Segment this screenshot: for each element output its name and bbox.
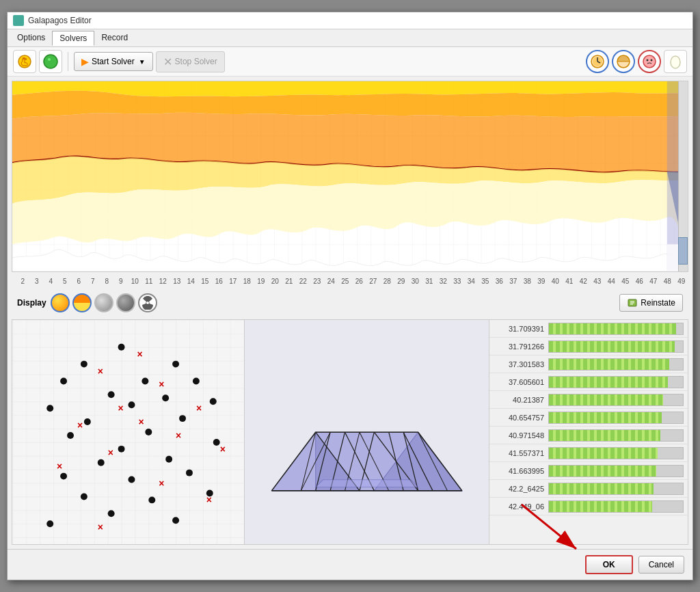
value-row[interactable]: 41.663995 [489,462,688,480]
svg-text:×: × [138,416,144,427]
x-axis-label: 45 [619,278,633,285]
face-btn-red[interactable] [638,50,661,73]
play-icon: ▶ [81,56,89,67]
display-bar: Display [12,291,688,315]
menu-options[interactable]: Options [10,31,52,45]
chart-scrollbar[interactable] [678,81,688,271]
toolbar-right [586,50,687,73]
x-axis-label: 9 [114,278,129,285]
dot-panel-svg: × × × × × × × × × × × × × × [12,320,244,544]
x-axis-label: 36 [492,278,507,285]
menu-solvers[interactable]: Solvers [52,31,94,46]
x-axis-label: 27 [366,278,381,285]
x-axis-label: 20 [268,278,282,285]
value-row[interactable]: 31.709391 [489,320,688,338]
svg-point-34 [108,391,115,398]
display-label: Display [17,298,46,308]
stop-solver-btn[interactable]: ✕ Stop Solver [156,51,225,72]
value-number: 40.654757 [494,414,548,422]
value-number: 42.2_6425 [494,485,548,493]
menu-record[interactable]: Record [94,31,135,45]
value-bar-fill [549,501,652,512]
x-axis-label: 22 [296,278,310,285]
display-btn-gray[interactable] [94,293,113,312]
x-axis-label: 25 [338,278,353,285]
content-area: 2345678910111213141516171819202122232425… [8,77,692,549]
value-row[interactable]: 42.2_6425 [489,480,688,498]
svg-marker-91 [316,480,418,487]
green-circle-btn[interactable] [39,50,62,73]
value-bar [548,340,684,353]
value-bar-fill [549,448,658,459]
svg-point-15 [671,56,680,68]
hand-tool-btn[interactable] [13,50,36,73]
value-bar-fill [549,394,663,405]
cancel-button[interactable]: Cancel [638,556,684,574]
value-bar [548,429,684,442]
value-row[interactable]: 40.971548 [489,427,688,444]
svg-text:×: × [176,430,181,441]
value-bar [548,394,684,406]
stop-icon: ✕ [163,55,172,68]
svg-text:×: × [77,420,83,431]
display-btn-orange[interactable] [51,293,70,312]
egg-btn[interactable] [664,50,687,73]
svg-point-5 [48,58,51,61]
chart-container [12,81,688,272]
svg-text:×: × [118,403,124,414]
value-number: 40.21387 [494,396,548,404]
x-axis-label: 11 [142,278,157,285]
value-row[interactable]: 40.654757 [489,409,688,427]
svg-point-54 [46,520,53,527]
value-bar [548,323,684,335]
display-btn-half-orange[interactable] [72,293,92,312]
svg-point-42 [145,429,152,435]
display-btn-radioactive[interactable] [138,293,157,312]
svg-point-37 [162,394,169,401]
dropdown-arrow[interactable]: ▼ [139,58,146,66]
face-btn-half[interactable] [612,50,635,73]
value-bar-fill [549,341,675,352]
x-axis-label: 41 [563,278,577,285]
x-axis-label: 4 [44,278,58,285]
menu-bar: Options Solvers Record [8,29,692,47]
value-row[interactable]: 42.449_06 [489,498,688,515]
x-axis-label: 2 [16,278,30,285]
svg-point-12 [643,55,656,68]
x-axis-label: 17 [226,278,241,285]
svg-text:×: × [98,522,103,533]
value-row[interactable]: 40.21387 [489,391,688,409]
x-axis-label: 39 [535,278,549,285]
svg-text:×: × [137,349,142,360]
x-axis-label: 38 [520,278,535,285]
reinstate-btn[interactable]: Reinstate [619,294,683,312]
svg-text:×: × [98,366,103,377]
value-row[interactable]: 31.791266 [489,338,688,355]
x-axis-label: 7 [86,278,100,285]
value-row[interactable]: 37.301583 [489,355,688,373]
x-axis-label: 33 [450,278,465,285]
x-axis-label: 49 [675,278,689,285]
x-axis-label: 26 [352,278,366,285]
value-row[interactable]: 37.605601 [489,373,688,391]
display-btn-dark[interactable] [116,293,135,312]
value-bar-fill [549,323,676,334]
x-axis-label: 3 [30,278,44,285]
x-axis-label: 35 [479,278,493,285]
chart-scrollbar-thumb[interactable] [678,237,688,265]
value-bar [548,376,684,388]
value-bar-fill [549,466,656,476]
face-btn-clock[interactable] [586,50,609,73]
x-axis-label: 31 [422,278,437,285]
x-axis-label: 46 [632,278,647,285]
x-axis-label: 12 [156,278,170,285]
start-solver-btn[interactable]: ▶ Start Solver ▼ [74,52,153,71]
ok-button[interactable]: OK [585,555,633,574]
svg-point-47 [60,473,67,480]
x-axis-label: 40 [548,278,563,285]
x-axis-label: 10 [128,278,142,285]
value-bar-fill [549,483,654,494]
svg-point-33 [193,377,200,384]
value-row[interactable]: 41.557371 [489,444,688,462]
x-axis: 2345678910111213141516171819202122232425… [12,276,688,286]
